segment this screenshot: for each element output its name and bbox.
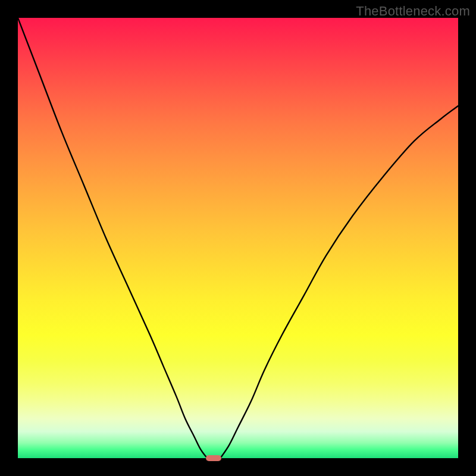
chart-outer-frame: TheBottleneck.com xyxy=(0,0,476,476)
bottleneck-curve xyxy=(18,18,458,458)
curve-right-branch xyxy=(220,106,458,458)
optimal-marker xyxy=(206,455,221,461)
curve-left-branch xyxy=(18,18,207,458)
plot-area xyxy=(18,18,458,458)
watermark-text: TheBottleneck.com xyxy=(356,4,470,19)
